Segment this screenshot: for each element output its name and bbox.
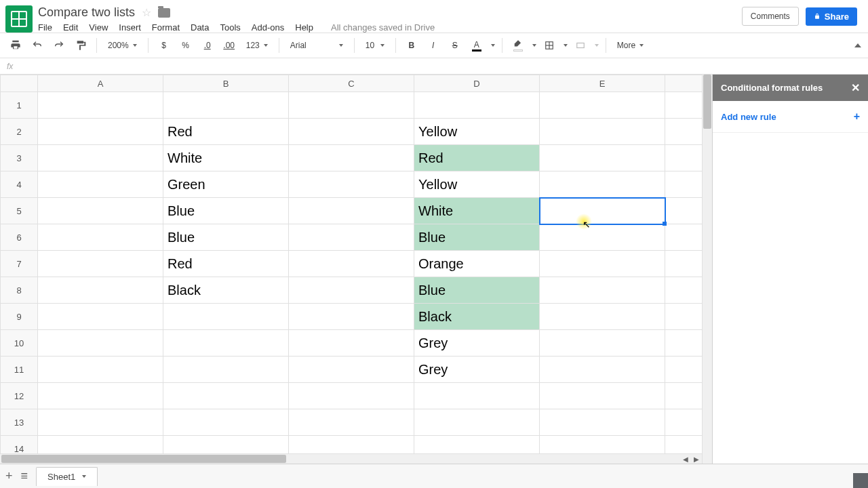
undo-icon[interactable]	[28, 37, 46, 54]
cell[interactable]: Blue	[163, 224, 289, 251]
cell[interactable]	[289, 224, 414, 251]
all-sheets-button[interactable]: ≡	[21, 469, 28, 483]
cell[interactable]	[540, 198, 665, 224]
redo-icon[interactable]	[50, 37, 68, 54]
cell[interactable]: Black	[163, 277, 289, 304]
cell[interactable]	[414, 409, 540, 436]
cell[interactable]	[540, 357, 665, 383]
menu-format[interactable]: Format	[152, 22, 180, 33]
row-header[interactable]: 13	[1, 409, 38, 436]
fill-dropdown-icon[interactable]	[532, 44, 536, 47]
borders-dropdown-icon[interactable]	[564, 44, 568, 47]
cell[interactable]	[414, 383, 540, 409]
cell[interactable]	[38, 277, 163, 304]
cell[interactable]	[540, 409, 665, 436]
cell[interactable]	[540, 119, 665, 145]
row-header[interactable]: 4	[1, 171, 38, 198]
currency-icon[interactable]: $	[155, 37, 173, 54]
cell[interactable]	[665, 119, 706, 145]
cell[interactable]: Red	[414, 145, 540, 171]
doc-title[interactable]: Compare two lists	[38, 5, 135, 20]
column-header[interactable]: B	[163, 75, 289, 92]
cell[interactable]	[38, 251, 163, 277]
row-header[interactable]: 1	[1, 92, 38, 119]
cell[interactable]: Green	[163, 171, 289, 198]
cell[interactable]	[665, 171, 706, 198]
cell[interactable]: Red	[163, 251, 289, 277]
increase-decimal-icon[interactable]: .00	[220, 37, 238, 54]
cell[interactable]	[38, 145, 163, 171]
row-header[interactable]: 8	[1, 277, 38, 304]
column-header[interactable]: C	[289, 75, 414, 92]
cell[interactable]	[540, 224, 665, 251]
cell[interactable]	[540, 251, 665, 277]
cell[interactable]	[665, 198, 706, 224]
cell[interactable]	[289, 277, 414, 304]
folder-icon[interactable]	[158, 8, 170, 18]
cell[interactable]	[38, 383, 163, 409]
star-icon[interactable]: ☆	[142, 6, 151, 19]
decrease-decimal-icon[interactable]: .0	[199, 37, 216, 54]
row-header[interactable]: 12	[1, 383, 38, 409]
add-new-rule-button[interactable]: Add new rule +	[713, 101, 868, 133]
cell[interactable]	[289, 357, 414, 383]
cell[interactable]	[163, 304, 289, 330]
row-header[interactable]: 2	[1, 119, 38, 145]
cell[interactable]	[665, 251, 706, 277]
cell[interactable]	[289, 304, 414, 330]
cell[interactable]	[163, 357, 289, 383]
cell[interactable]	[38, 198, 163, 224]
menu-addons[interactable]: Add-ons	[252, 22, 284, 33]
add-sheet-button[interactable]: +	[5, 469, 13, 483]
cell[interactable]	[289, 383, 414, 409]
cell[interactable]	[665, 409, 706, 436]
cell[interactable]	[289, 198, 414, 224]
row-header[interactable]: 5	[1, 198, 38, 224]
cell[interactable]: Blue	[163, 198, 289, 224]
font-select[interactable]: Arial	[286, 41, 347, 50]
merge-dropdown-icon[interactable]	[595, 44, 599, 47]
cell[interactable]	[665, 224, 706, 251]
cell[interactable]	[38, 357, 163, 383]
cell[interactable]	[163, 383, 289, 409]
text-color-icon[interactable]: A	[468, 37, 486, 54]
share-button[interactable]: Share	[806, 7, 857, 26]
print-icon[interactable]	[7, 37, 24, 54]
sheet-tab[interactable]: Sheet1	[36, 467, 98, 486]
cell[interactable]: Blue	[414, 277, 540, 304]
cell[interactable]	[38, 92, 163, 119]
scroll-right-icon[interactable]: ▶	[694, 455, 699, 463]
column-header[interactable]: E	[540, 75, 665, 92]
cell[interactable]: Grey	[414, 330, 540, 357]
italic-icon[interactable]: I	[425, 37, 442, 54]
menu-data[interactable]: Data	[191, 22, 209, 33]
comments-button[interactable]: Comments	[742, 7, 799, 26]
formula-bar[interactable]: fx	[0, 58, 868, 75]
cell[interactable]	[665, 330, 706, 357]
cell[interactable]	[289, 119, 414, 145]
row-header[interactable]: 10	[1, 330, 38, 357]
cell[interactable]	[289, 145, 414, 171]
cell[interactable]: Grey	[414, 357, 540, 383]
cell[interactable]: Yellow	[414, 119, 540, 145]
cell[interactable]	[665, 357, 706, 383]
cell[interactable]	[414, 92, 540, 119]
cell[interactable]	[665, 277, 706, 304]
column-header[interactable]: D	[414, 75, 540, 92]
percent-icon[interactable]: %	[177, 37, 195, 54]
row-header[interactable]: 7	[1, 251, 38, 277]
scroll-left-icon[interactable]: ◀	[683, 455, 688, 463]
cell[interactable]	[540, 92, 665, 119]
menu-tools[interactable]: Tools	[220, 22, 240, 33]
cell[interactable]	[38, 304, 163, 330]
cell[interactable]	[540, 383, 665, 409]
menu-file[interactable]: File	[38, 22, 52, 33]
cell[interactable]: White	[163, 145, 289, 171]
explore-button[interactable]	[853, 473, 868, 488]
sheets-logo[interactable]	[5, 5, 33, 33]
bold-icon[interactable]: B	[403, 37, 420, 54]
cell[interactable]	[38, 171, 163, 198]
menu-insert[interactable]: Insert	[119, 22, 141, 33]
menu-help[interactable]: Help	[295, 22, 313, 33]
cell[interactable]	[38, 409, 163, 436]
